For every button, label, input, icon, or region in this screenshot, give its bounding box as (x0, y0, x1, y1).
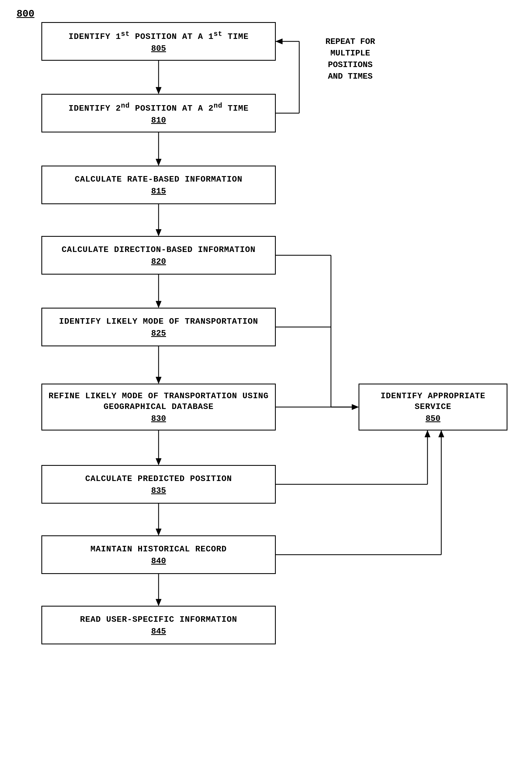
svg-marker-24 (352, 404, 359, 410)
box-825: IDENTIFY LIKELY MODE OF TRANSPORTATION 8… (41, 308, 276, 346)
svg-marker-19 (276, 39, 282, 44)
box-805-number: 805 (151, 44, 166, 53)
svg-marker-11 (156, 459, 161, 465)
box-810-number: 810 (151, 116, 166, 125)
box-840-number: 840 (151, 556, 166, 566)
box-825-number: 825 (151, 329, 166, 338)
box-815-number: 815 (151, 186, 166, 196)
svg-marker-28 (425, 431, 430, 437)
box-805-title: IDENTIFY 1st POSITION AT A 1st TIME (68, 30, 248, 42)
box-820-number: 820 (151, 257, 166, 266)
svg-marker-7 (156, 301, 161, 308)
svg-marker-31 (439, 431, 444, 437)
box-830-number: 830 (151, 414, 166, 423)
box-840: MAINTAIN HISTORICAL RECORD 840 (41, 535, 276, 574)
box-835: CALCULATE PREDICTED POSITION 835 (41, 465, 276, 504)
diagram-container: 800 IDENTIFY 1st POSITION AT A 1st TIME … (0, 0, 532, 768)
box-820: CALCULATE DIRECTION-BASED INFORMATION 82… (41, 236, 276, 274)
box-845-title: READ USER-SPECIFIC INFORMATION (80, 614, 237, 625)
svg-marker-3 (156, 159, 161, 166)
box-835-title: CALCULATE PREDICTED POSITION (85, 474, 232, 484)
svg-marker-15 (156, 599, 161, 606)
svg-marker-13 (156, 529, 161, 535)
box-845: READ USER-SPECIFIC INFORMATION 845 (41, 606, 276, 644)
box-830: REFINE LIKELY MODE OF TRANSPORTATION USI… (41, 383, 276, 431)
repeat-label: REPEAT FORMULTIPLE POSITIONSAND TIMES (309, 36, 392, 82)
box-850: IDENTIFY APPROPRIATE SERVICE 850 (359, 383, 507, 431)
box-840-title: MAINTAIN HISTORICAL RECORD (90, 544, 227, 555)
box-835-number: 835 (151, 486, 166, 495)
box-810-title: IDENTIFY 2nd POSITION AT A 2nd TIME (68, 102, 248, 114)
box-810: IDENTIFY 2nd POSITION AT A 2nd TIME 810 (41, 94, 276, 132)
svg-marker-5 (156, 229, 161, 236)
diagram-label: 800 (17, 8, 34, 20)
box-850-number: 850 (426, 414, 440, 423)
svg-marker-1 (156, 87, 161, 94)
box-815-title: CALCULATE RATE-BASED INFORMATION (75, 174, 242, 185)
box-830-title: REFINE LIKELY MODE OF TRANSPORTATION USI… (46, 391, 271, 412)
box-815: CALCULATE RATE-BASED INFORMATION 815 (41, 166, 276, 204)
box-845-number: 845 (151, 627, 166, 636)
box-850-title: IDENTIFY APPROPRIATE SERVICE (363, 391, 502, 412)
box-820-title: CALCULATE DIRECTION-BASED INFORMATION (62, 244, 255, 255)
svg-marker-9 (156, 377, 161, 383)
box-805: IDENTIFY 1st POSITION AT A 1st TIME 805 (41, 22, 276, 61)
box-825-title: IDENTIFY LIKELY MODE OF TRANSPORTATION (59, 316, 258, 327)
